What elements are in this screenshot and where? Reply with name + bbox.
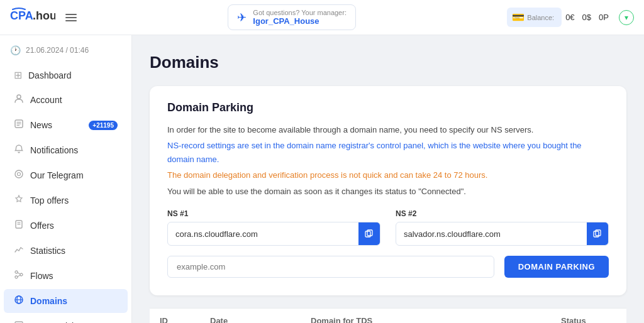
page-title: Domains: [150, 53, 626, 72]
svg-point-14: [20, 273, 23, 276]
sidebar-item-news-articles[interactable]: News Articles: [4, 314, 128, 323]
sidebar-item-news[interactable]: News +21195: [4, 113, 128, 137]
balance-wallet: 💳 Balance:: [507, 8, 562, 27]
domain-parking-card: Domain Parking In order for the site to …: [150, 86, 626, 295]
ns2-label: NS #2: [396, 209, 609, 218]
svg-text:CPA: CPA: [10, 9, 33, 22]
ns1-copy-button[interactable]: [358, 222, 380, 245]
sidebar-item-our-telegram[interactable]: Our Telegram: [4, 163, 128, 187]
sidebar-item-label: Statistics: [30, 246, 65, 256]
balance-usd: 0$: [582, 13, 591, 22]
account-icon: [14, 94, 24, 106]
hamburger-menu[interactable]: [65, 14, 77, 21]
table-col-date: Date: [200, 316, 301, 323]
sidebar-item-label: Offers: [30, 221, 54, 231]
balance-label: Balance:: [527, 14, 554, 21]
statistics-icon: [14, 244, 24, 257]
sidebar-item-label: Our Telegram: [30, 170, 84, 180]
table-col-domain: Domain for TDS: [301, 316, 551, 323]
telegram-nav-icon: [14, 169, 24, 182]
flows-icon: [14, 270, 24, 282]
news-badge: +21195: [89, 121, 118, 130]
sidebar-item-label: Domains: [30, 296, 67, 306]
svg-point-9: [18, 173, 21, 176]
layout: 🕐 21.06.2024 / 01:46 ⊞ Dashboard Account…: [0, 35, 644, 323]
copy-icon-2: [593, 229, 602, 238]
svg-point-3: [17, 95, 21, 99]
ns2-input-wrap: [396, 222, 609, 246]
table-col-status: Status: [551, 316, 626, 323]
ns2-group: NS #2: [396, 209, 609, 246]
sidebar-item-label: Notifications: [30, 145, 78, 155]
ns1-label: NS #1: [167, 209, 380, 218]
sidebar-item-flows[interactable]: Flows: [4, 264, 128, 288]
logo-cpa: CPA . house: [10, 6, 55, 29]
sidebar-datetime: 🕐 21.06.2024 / 01:46: [0, 40, 131, 63]
svg-text:house: house: [36, 9, 55, 22]
sidebar-item-domains[interactable]: Domains: [4, 289, 128, 313]
wallet-icon: 💳: [512, 11, 525, 23]
table-header: ID Date Domain for TDS Status: [150, 308, 626, 323]
sidebar-item-offers[interactable]: Offers: [4, 214, 128, 238]
balance-crypto: 0P: [599, 13, 609, 22]
sidebar-item-account[interactable]: Account: [4, 88, 128, 112]
balance-amounts: 0€ 0$ 0P: [565, 13, 609, 22]
balance-eur: 0€: [565, 13, 574, 22]
topbar-right: 💳 Balance: 0€ 0$ 0P ▾: [507, 8, 634, 27]
sidebar-datetime-text: 21.06.2024 / 01:46: [26, 46, 89, 55]
dashboard-icon: ⊞: [14, 69, 22, 81]
svg-point-13: [15, 271, 18, 273]
sidebar-item-label: News: [30, 120, 52, 130]
sidebar-item-notifications[interactable]: Notifications: [4, 138, 128, 162]
sidebar-item-label: Account: [30, 95, 62, 105]
manager-question: Got questions? Your manager:: [253, 9, 347, 16]
sidebar: 🕐 21.06.2024 / 01:46 ⊞ Dashboard Account…: [0, 35, 132, 323]
copy-icon: [365, 229, 374, 238]
ns1-input[interactable]: [168, 224, 358, 244]
offers-icon: [14, 219, 24, 232]
sidebar-item-label: Flows: [30, 271, 53, 281]
ns1-input-wrap: [167, 222, 380, 246]
sidebar-item-label: Dashboard: [28, 70, 72, 80]
domain-desc-1: In order for the site to become availabl…: [167, 123, 609, 136]
svg-point-15: [15, 276, 18, 278]
logo[interactable]: CPA . house: [10, 6, 55, 29]
notifications-icon: [14, 144, 24, 156]
svg-point-8: [15, 170, 23, 178]
domains-icon: [14, 295, 24, 307]
ns2-input[interactable]: [396, 224, 587, 244]
telegram-icon: ✈: [237, 11, 247, 25]
news-articles-icon: [14, 320, 24, 323]
domain-desc-3: The domain delegation and verification p…: [167, 168, 609, 182]
sidebar-item-top-offers[interactable]: Top offers: [4, 189, 128, 212]
domain-parking-button[interactable]: DOMAIN PARKING: [504, 256, 609, 278]
domain-desc-2: NS-record settings are set in the domain…: [167, 139, 609, 166]
balance-expand-button[interactable]: ▾: [619, 10, 634, 25]
ns-row: NS #1 NS #2: [167, 209, 609, 246]
domain-input-row: DOMAIN PARKING: [167, 256, 609, 278]
topbar: CPA . house ✈ Got questions? Your manage…: [0, 0, 644, 35]
sidebar-item-statistics[interactable]: Statistics: [4, 239, 128, 263]
manager-box[interactable]: ✈ Got questions? Your manager: Igor_CPA_…: [228, 4, 356, 30]
domain-desc-4: You will be able to use the domain as so…: [167, 185, 609, 198]
domain-parking-title: Domain Parking: [167, 101, 609, 114]
top-offers-icon: [14, 194, 24, 207]
ns2-copy-button[interactable]: [587, 222, 608, 245]
balance-box: 💳 Balance: 0€ 0$ 0P: [507, 8, 609, 27]
svg-line-17: [18, 275, 20, 276]
logo-svg: CPA . house: [10, 6, 55, 26]
domain-input[interactable]: [167, 256, 494, 278]
sidebar-item-label: Top offers: [30, 195, 69, 205]
svg-line-16: [18, 273, 20, 274]
news-icon: [14, 119, 24, 131]
manager-name: Igor_CPA_House: [253, 16, 347, 26]
sidebar-item-dashboard[interactable]: ⊞ Dashboard: [4, 63, 128, 87]
clock-icon: 🕐: [10, 45, 21, 55]
table-col-id: ID: [150, 316, 200, 323]
main-content: Domains Domain Parking In order for the …: [132, 35, 644, 323]
ns1-group: NS #1: [167, 209, 380, 246]
